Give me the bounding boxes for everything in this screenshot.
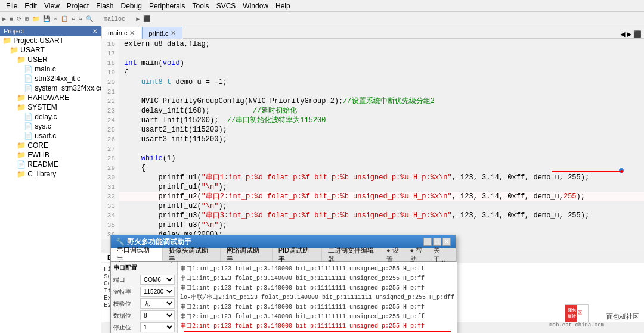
line-number: 26 [101,135,119,144]
line-code: printf_u2("串口2:int_p:%d folat_p:%f bit_p… [119,192,585,201]
watermark-url: mob.eat-china.com [549,322,604,328]
watermark: 面包 板社 区 mob.eat-china.com 面包板社区 [549,304,639,328]
sidebar-tree-item[interactable]: 📄 usart.c [0,131,101,141]
line-number: 16 [101,39,119,49]
serial-icon: 🔧 [116,238,125,246]
sidebar-header: Project ✕ [0,26,101,36]
tab-maximize[interactable]: ⬛ [633,30,642,38]
red-underline-marker [184,331,451,332]
tab-close-main[interactable]: ✕ [129,29,135,37]
sidebar-tree-item[interactable]: 📁 CORE [0,141,101,150]
menu-svcs[interactable]: SVCS [213,1,240,11]
menu-help[interactable]: Help [272,1,294,11]
line-code: delay_init(168); //延时初始化 [119,106,297,116]
menu-tools[interactable]: Tools [189,1,213,11]
sidebar-close[interactable]: ✕ [92,28,97,35]
line-code: NVIC_PriorityGroupConfig(NVIC_PriorityGr… [119,97,435,106]
sidebar-tree-item[interactable]: 📄 stm32f4xx_it.c [0,74,101,83]
win-close[interactable]: ✕ [442,238,451,246]
serial-config-title: 串口配置 [113,264,175,272]
sidebar-tree-item[interactable]: 📁 USER [0,55,101,64]
code-line: 27 [101,144,644,154]
sidebar-tree-item[interactable]: 📁 Project: USART [0,36,101,45]
menu-edit[interactable]: Edit [21,1,41,11]
menu-project[interactable]: Project [63,1,92,11]
win-minimize[interactable]: ─ [423,238,432,246]
config-label-baud: 波特率 [113,288,140,296]
config-select-baud[interactable]: 115200 [140,287,175,297]
config-select-port[interactable]: COM6 [140,275,175,285]
config-row-baud: 波特率 115200 [113,287,175,297]
serial-about[interactable]: 关于... [434,246,452,264]
line-number: 28 [101,154,119,163]
menu-bar: File Edit View Project Flash Debug Perip… [0,0,644,12]
line-number: 31 [101,182,119,192]
line-code [119,87,124,97]
code-line: 31 printf_u1("\n"); [101,182,644,192]
sidebar-tree-item[interactable]: 📁 USART [0,45,101,55]
sidebar-tree-item[interactable]: 📁 FWLIB [0,150,101,160]
serial-config: 串口配置 端口 COM6 波特率 115200 校验位 无 数据位 8 [111,262,178,333]
menu-flash[interactable]: Flash [92,1,117,11]
code-line: 21 [101,87,644,97]
tab-main-c[interactable]: main.c ✕ [101,27,141,39]
serial-tab-uart[interactable]: 串口调试助手 [111,248,163,261]
svg-text:板社: 板社 [567,313,577,319]
recv-line: 串口2:int_p:123 folat_p:3.140000 bit_p:111… [180,302,454,312]
config-select-stop[interactable]: 1 [140,322,175,332]
tab-scroll-right[interactable]: ▶ [627,30,631,38]
menu-window[interactable]: Window [239,1,272,11]
sidebar-title: Project [4,27,24,35]
recv-panel: 串口1:int_p:123 folat_p:3.140000 bit_p:111… [178,262,457,333]
serial-tab-camera[interactable]: 摄像头调试助手 [163,248,221,261]
sidebar-tree-item[interactable]: 📄 main.c [0,64,101,74]
line-number: 30 [101,173,119,182]
line-number: 20 [101,77,119,87]
tab-printf-c[interactable]: printf.c ✕ [142,27,182,39]
config-select-check[interactable]: 无 [140,298,175,309]
line-number: 35 [101,220,119,230]
sidebar: Project ✕ 📁 Project: USART📁 USART📁 USER📄… [0,26,101,333]
line-code: extern u8 data,flag; [119,39,210,49]
line-code: printf_u1("串口1:int_p:%d folat_p:%f bit_p… [119,173,589,182]
serial-settings[interactable]: ● 设置 [386,246,405,264]
menu-debug[interactable]: Debug [117,1,145,11]
line-number: 17 [101,49,119,58]
watermark-text: 面包板社区 [606,312,639,321]
menu-view[interactable]: View [41,1,63,11]
config-row-stop: 停止位 1 [113,322,175,332]
menu-peripherals[interactable]: Peripherals [145,1,189,11]
code-line: 20 uint8_t demo_u = -1; [101,77,644,87]
config-label-check: 校验位 [113,300,140,308]
tab-close-printf[interactable]: ✕ [171,29,176,37]
win-maximize[interactable]: □ [433,238,441,246]
line-code: uart_Init(115200); //串口初始化波特率为115200 [119,116,326,125]
code-line: 24 uart_Init(115200); //串口初始化波特率为115200 [101,116,644,125]
code-content: 16extern u8 data,flag;1718int main(void)… [101,39,644,239]
sidebar-tree-item[interactable]: 📁 HARDWARE [0,93,101,102]
sidebar-tree-item[interactable]: 📄 README [0,160,101,169]
config-row-check: 校验位 无 [113,298,175,309]
sidebar-tree-item[interactable]: 📄 system_stm32f4xx.cc [0,83,101,93]
tab-scroll-left[interactable]: ◀ [620,30,625,38]
sidebar-tree-item[interactable]: 📁 SYSTEM [0,102,101,112]
serial-help[interactable]: ● 帮助 [410,246,429,264]
config-select-data[interactable]: 8 [140,310,175,320]
serial-tab-net[interactable]: 网络调试助手 [221,248,273,261]
sidebar-tree-item[interactable]: 📄 sys.c [0,122,101,131]
config-label-data: 数据位 [113,312,140,320]
serial-tab-pid[interactable]: PID调试助手 [273,248,322,261]
line-number: 21 [101,87,119,97]
toolbar: ▶ ■ ⟳ ⊞ 📁 💾 ✂ 📋 ↩ ↪ 🔍 malloc ▶ ⬛ [0,12,644,26]
line-code: printf_u3("串口3:int_p:%d folat_p:%f bit_p… [119,211,589,220]
menu-file[interactable]: File [2,1,21,11]
sidebar-tree-item[interactable]: 📄 delay.c [0,112,101,122]
code-line: 16extern u8 data,flag; [101,39,644,49]
window-buttons: ─ □ ✕ [423,238,451,246]
line-number: 19 [101,68,119,77]
line-number: 22 [101,97,119,106]
serial-tab-bin[interactable]: 二进制文件编辑器 [322,248,386,261]
code-line: 25 usart2_init(115200); [101,125,644,135]
sidebar-tree-item[interactable]: 📁 C_library [0,169,101,179]
serial-tabs: 串口调试助手 摄像头调试助手 网络调试助手 PID调试助手 二进制文件编辑器 ●… [111,248,456,262]
